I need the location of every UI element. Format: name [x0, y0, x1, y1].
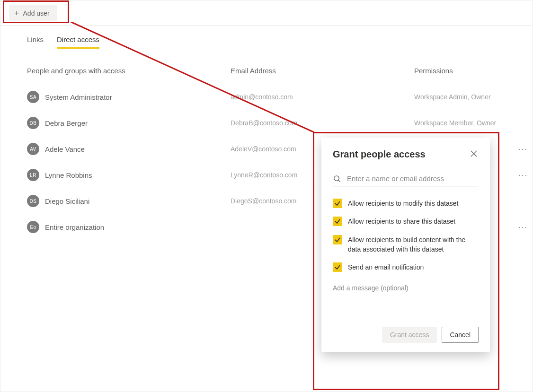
row-more-button[interactable]: ··· [514, 222, 533, 232]
avatar: DS [27, 195, 39, 207]
avatar: DB [27, 117, 39, 129]
avatar: Eo [27, 221, 39, 233]
avatar: LR [27, 169, 39, 181]
checkbox-icon [333, 235, 342, 244]
avatar: AV [27, 143, 39, 155]
checkbox-icon [333, 217, 342, 226]
svg-line-1 [338, 180, 340, 182]
person-name: Entire organization [45, 223, 104, 231]
column-headers: People and groups with access Email Addr… [27, 67, 523, 75]
person-name: Diego Siciliani [45, 197, 89, 205]
add-user-button[interactable]: Add user [9, 5, 57, 21]
plus-icon [14, 9, 19, 17]
check-allow-modify[interactable]: Allow recipients to modify this dataset [333, 199, 479, 208]
dialog-header: Grant people access [333, 149, 479, 160]
email-cell: admin@contoso.com [231, 93, 414, 101]
check-allow-build[interactable]: Allow recipients to build content with t… [333, 235, 479, 254]
toolbar-divider [0, 25, 533, 26]
name-email-input[interactable] [346, 174, 479, 183]
message-placeholder: Add a message (optional) [333, 284, 409, 292]
tab-links[interactable]: Links [27, 35, 44, 49]
add-user-label: Add user [23, 9, 50, 17]
person-cell: Eo Entire organization [27, 221, 231, 233]
avatar: SA [27, 91, 39, 103]
person-name: Lynne Robbins [45, 171, 92, 179]
cancel-button[interactable]: Cancel [442, 327, 479, 343]
close-icon [470, 150, 478, 157]
table-row: SA System Administrator admin@contoso.co… [27, 84, 533, 110]
checkbox-icon [333, 199, 342, 208]
person-name: Adele Vance [45, 145, 85, 153]
check-allow-share[interactable]: Allow recipients to share this dataset [333, 217, 479, 226]
person-cell: DS Diego Siciliani [27, 195, 231, 207]
checkbox-icon [333, 262, 342, 272]
search-icon [333, 174, 341, 183]
tab-direct-access[interactable]: Direct access [57, 35, 99, 49]
svg-point-0 [334, 175, 339, 180]
page-root: Add user Links Direct access People and … [0, 0, 533, 392]
col-email: Email Address [231, 67, 414, 75]
grant-access-button[interactable]: Grant access [382, 327, 437, 343]
check-send-email[interactable]: Send an email notification [333, 262, 479, 272]
check-label: Allow recipients to build content with t… [348, 235, 479, 254]
email-cell: DebraB@contoso.com [231, 119, 414, 127]
person-name: System Administrator [45, 93, 112, 101]
check-label: Allow recipients to share this dataset [348, 217, 455, 226]
table-row: DB Debra Berger DebraB@contoso.com Works… [27, 110, 533, 136]
person-cell: LR Lynne Robbins [27, 169, 231, 181]
grant-access-dialog: Grant people access Allow recipients to … [321, 138, 490, 352]
dialog-options: Allow recipients to modify this dataset … [333, 199, 479, 272]
permissions-cell: Workspace Admin, Owner [414, 93, 514, 101]
tabs: Links Direct access [27, 35, 99, 49]
col-permissions: Permissions [414, 67, 504, 75]
col-people: People and groups with access [27, 67, 231, 75]
name-email-field[interactable] [333, 174, 479, 186]
person-cell: SA System Administrator [27, 91, 231, 103]
dialog-title: Grant people access [333, 149, 426, 160]
person-name: Debra Berger [45, 119, 88, 127]
dialog-buttons: Grant access Cancel [333, 327, 479, 343]
dialog-close-button[interactable] [469, 149, 479, 158]
person-cell: AV Adele Vance [27, 143, 231, 155]
check-label: Send an email notification [348, 262, 424, 272]
row-more-button[interactable]: ··· [514, 144, 533, 154]
message-textarea[interactable]: Add a message (optional) [333, 284, 479, 306]
row-more-button[interactable]: ··· [514, 170, 533, 180]
check-label: Allow recipients to modify this dataset [348, 199, 458, 208]
person-cell: DB Debra Berger [27, 117, 231, 129]
permissions-cell: Workspace Member, Owner [414, 119, 514, 127]
